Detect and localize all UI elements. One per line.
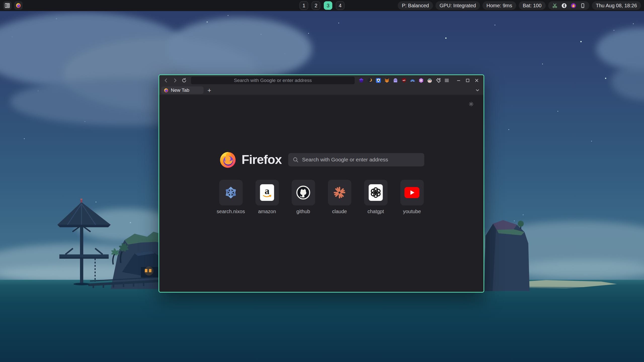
shortcut-youtube[interactable]: youtube — [400, 180, 424, 214]
ghostery-ghost-extension-icon[interactable] — [391, 77, 399, 84]
bluetooth-icon[interactable] — [561, 3, 567, 8]
url-bar-placeholder: Search with Google or enter address — [234, 78, 312, 83]
shortcut-claude[interactable]: claude — [328, 180, 351, 214]
firefox-window: Search with Google or enter address — [158, 74, 484, 293]
scissors-icon[interactable] — [552, 3, 557, 8]
launcher-group — [3, 1, 23, 10]
youtube-play-icon — [405, 187, 420, 198]
maximize-icon — [466, 78, 470, 82]
new-tab-page: Firefox Search with Google or enter addr… — [159, 95, 484, 292]
apps-launcher-button[interactable] — [3, 1, 12, 10]
shortcut-search-nixos[interactable]: search.nixos — [219, 180, 243, 214]
shortcut-tile: a — [255, 180, 279, 205]
minimize-button[interactable] — [454, 77, 463, 84]
firefox-wordmark: Firefox — [242, 152, 282, 167]
island-watchtower-silhouette — [35, 199, 171, 289]
newtab-search-field[interactable]: Search with Google or enter address — [288, 153, 424, 166]
extensions-puzzle-icon[interactable] — [434, 77, 442, 84]
shortcuts-row: search.nixos a amazon — [219, 180, 424, 214]
vpn-arc-extension-icon[interactable] — [409, 77, 417, 84]
gpu-status[interactable]: GPU: Integrated — [435, 1, 480, 10]
shortcut-github[interactable]: github — [292, 180, 315, 214]
cloud — [166, 18, 312, 80]
claude-starburst-icon — [333, 186, 346, 199]
newtab-search-placeholder: Search with Google or enter address — [302, 157, 388, 163]
shortcut-tile — [328, 180, 351, 205]
tab-bar: New Tab + — [159, 86, 484, 95]
shortcut-label: amazon — [258, 209, 276, 214]
github-octocat-icon — [296, 185, 311, 200]
search-icon — [293, 157, 299, 163]
firefox-launcher-button[interactable] — [14, 1, 23, 10]
status-bar: 1 2 3 4 P: Balanced GPU: Integrated Home… — [0, 0, 644, 11]
tab-favicon-firefox-icon — [164, 88, 169, 93]
maximize-button[interactable] — [463, 77, 472, 84]
metamask-fox-extension-icon[interactable] — [383, 77, 391, 84]
shortcut-amazon[interactable]: a amazon — [255, 180, 279, 214]
password-shield-extension-icon[interactable] — [374, 77, 382, 84]
purple-diamond-extension-icon[interactable] — [357, 77, 365, 84]
shortcut-label: youtube — [403, 209, 421, 214]
battery-status[interactable]: Bat: 100 — [519, 1, 546, 10]
svg-text:a: a — [265, 186, 269, 196]
back-icon — [164, 78, 169, 83]
gear-icon — [468, 101, 474, 107]
shortcut-label: chatgpt — [368, 209, 384, 214]
firefox-icon — [16, 3, 21, 8]
chevron-down-icon — [475, 88, 480, 93]
workspace-4[interactable]: 4 — [336, 1, 344, 10]
openai-knot-icon — [369, 184, 383, 201]
flame-icon[interactable] — [571, 3, 576, 8]
workspace-1[interactable]: 1 — [300, 1, 308, 10]
reload-icon — [182, 78, 187, 83]
shortcut-tile — [364, 180, 387, 205]
close-icon — [475, 78, 479, 82]
forward-button[interactable] — [171, 76, 179, 84]
shortcut-tile — [400, 180, 424, 205]
firefox-logo — [218, 150, 237, 169]
nixos-snowflake-icon — [224, 186, 238, 199]
firefox-branding-row: Firefox Search with Google or enter addr… — [218, 150, 424, 169]
workspace-switcher: 1 2 3 4 — [300, 1, 344, 10]
personalize-settings-button[interactable] — [468, 101, 474, 107]
status-group: P: Balanced GPU: Integrated Home: 9ms Ba… — [398, 1, 641, 10]
shortcut-label: github — [296, 209, 310, 214]
phone-icon[interactable] — [580, 3, 585, 8]
forward-icon — [173, 78, 178, 83]
system-tray — [548, 1, 589, 10]
svg-text:uO: uO — [403, 79, 406, 81]
close-button[interactable] — [472, 77, 481, 84]
disguise-face-extension-icon[interactable] — [426, 77, 434, 84]
workspace-2[interactable]: 2 — [312, 1, 320, 10]
shortcut-tile — [219, 180, 243, 205]
active-tab[interactable]: New Tab — [161, 86, 204, 94]
hexagon-snowflake-extension-icon[interactable] — [417, 77, 425, 84]
minimize-icon — [457, 78, 461, 82]
app-menu-button[interactable] — [443, 77, 451, 84]
workspace-3-active[interactable]: 3 — [324, 1, 332, 10]
tab-title: New Tab — [171, 87, 189, 93]
clock[interactable]: Thu Aug 08, 18:26 — [592, 1, 641, 10]
orange-swirl-extension-icon[interactable] — [366, 77, 374, 84]
amazon-icon: a — [260, 184, 274, 201]
navigation-toolbar: Search with Google or enter address — [159, 75, 484, 86]
ublock-origin-extension-icon[interactable]: uO — [400, 77, 408, 84]
list-all-tabs-button[interactable] — [473, 86, 481, 94]
back-button[interactable] — [162, 76, 170, 84]
shortcut-tile — [292, 180, 315, 205]
url-bar[interactable]: Search with Google or enter address — [191, 77, 355, 84]
new-tab-button[interactable]: + — [206, 86, 213, 94]
cliff-island-silhouette — [483, 218, 644, 291]
reload-button[interactable] — [180, 76, 188, 84]
shortcut-label: search.nixos — [217, 209, 245, 214]
hamburger-menu-icon — [444, 78, 449, 83]
apps-grid-icon — [5, 3, 10, 8]
shortcut-label: claude — [332, 209, 347, 214]
network-latency-status[interactable]: Home: 9ms — [482, 1, 516, 10]
power-profile-status[interactable]: P: Balanced — [398, 1, 433, 10]
shortcut-chatgpt[interactable]: chatgpt — [364, 180, 387, 214]
